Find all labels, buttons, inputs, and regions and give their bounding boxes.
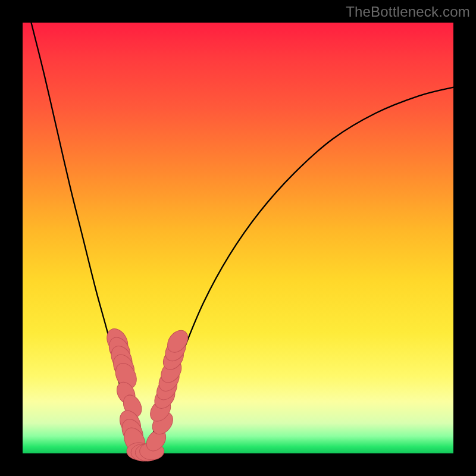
curve-right — [143, 87, 453, 453]
chart-svg — [23, 23, 453, 453]
plot-area — [23, 23, 453, 453]
chart-frame: TheBottleneck.com — [0, 0, 476, 476]
watermark-text: TheBottleneck.com — [346, 4, 470, 20]
data-markers — [103, 325, 192, 461]
